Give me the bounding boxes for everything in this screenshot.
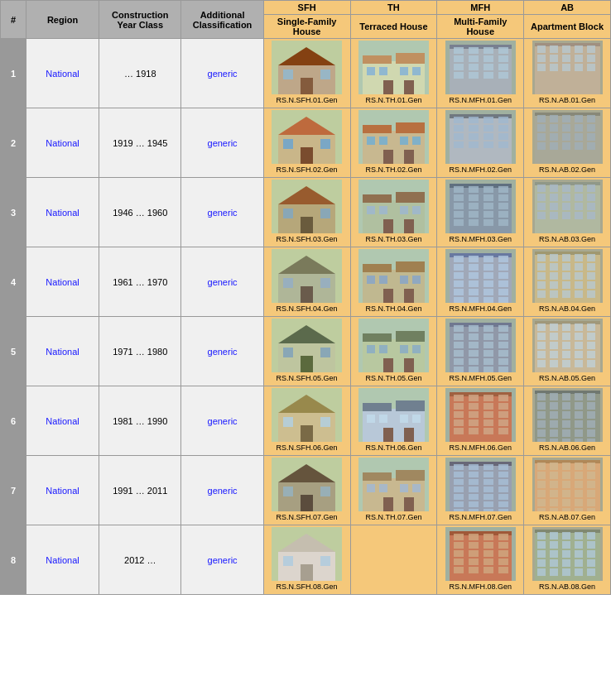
svg-rect-271 bbox=[498, 325, 508, 332]
svg-rect-33 bbox=[469, 72, 479, 79]
svg-rect-404 bbox=[367, 484, 375, 492]
svg-rect-217 bbox=[469, 297, 479, 303]
svg-rect-84 bbox=[484, 133, 493, 140]
sfh-cell: RS.N.SFH.05.Gen bbox=[263, 317, 350, 386]
svg-rect-206 bbox=[484, 272, 493, 279]
svg-rect-463 bbox=[587, 490, 595, 497]
ab-cell: RS.N.AB.08.Gen bbox=[524, 525, 611, 595]
ab-label: RS.N.AB.08.Gen bbox=[527, 583, 607, 592]
svg-rect-95 bbox=[562, 115, 570, 122]
ab-label: RS.N.AB.05.Gen bbox=[527, 374, 607, 384]
svg-rect-81 bbox=[498, 125, 508, 132]
svg-rect-399 bbox=[272, 458, 342, 511]
svg-rect-236 bbox=[575, 272, 583, 280]
row-year: 2012 … bbox=[99, 525, 181, 595]
svg-rect-334 bbox=[412, 415, 421, 423]
svg-rect-100 bbox=[562, 124, 570, 132]
svg-rect-119 bbox=[272, 180, 342, 233]
svg-rect-521 bbox=[587, 550, 595, 558]
th-label: RS.N.TH.06.Gen bbox=[354, 443, 434, 453]
svg-rect-432 bbox=[498, 494, 508, 500]
svg-rect-439 bbox=[484, 509, 493, 511]
svg-rect-287 bbox=[498, 358, 508, 365]
svg-rect-513 bbox=[550, 541, 558, 549]
svg-rect-197 bbox=[469, 256, 479, 262]
svg-rect-48 bbox=[587, 55, 595, 62]
svg-rect-123 bbox=[396, 192, 425, 203]
svg-rect-74 bbox=[454, 117, 464, 123]
svg-rect-448 bbox=[587, 463, 595, 470]
svg-rect-42 bbox=[575, 46, 583, 53]
svg-rect-314 bbox=[587, 351, 595, 358]
svg-rect-277 bbox=[469, 342, 479, 348]
svg-rect-141 bbox=[454, 203, 464, 209]
svg-rect-522 bbox=[537, 559, 546, 567]
svg-rect-233 bbox=[537, 272, 546, 280]
table-row: 7National1991 … 2011generic RS.N.SFH.07.… bbox=[1, 456, 611, 525]
svg-rect-503 bbox=[498, 567, 508, 573]
row-number: 1 bbox=[1, 39, 26, 108]
svg-rect-227 bbox=[587, 254, 595, 261]
row-number: 3 bbox=[1, 178, 26, 247]
svg-rect-509 bbox=[562, 532, 570, 539]
svg-rect-426 bbox=[469, 487, 479, 492]
svg-rect-243 bbox=[537, 290, 546, 298]
svg-rect-512 bbox=[537, 541, 546, 549]
svg-rect-160 bbox=[587, 185, 595, 192]
svg-rect-44 bbox=[537, 55, 546, 62]
svg-rect-161 bbox=[537, 194, 546, 201]
svg-rect-457 bbox=[575, 481, 583, 488]
svg-rect-138 bbox=[469, 194, 479, 201]
th-label: RS.N.TH.04.Gen bbox=[354, 304, 434, 314]
svg-rect-27 bbox=[498, 55, 508, 62]
mfh-cell: RS.N.MFH.03.Gen bbox=[437, 178, 524, 247]
svg-rect-263 bbox=[383, 358, 393, 372]
svg-rect-390 bbox=[562, 439, 570, 442]
svg-rect-43 bbox=[587, 46, 595, 53]
svg-rect-121 bbox=[363, 200, 425, 233]
svg-rect-366 bbox=[575, 393, 583, 400]
svg-rect-319 bbox=[587, 360, 595, 367]
row-year: 1981 … 1990 bbox=[99, 386, 181, 456]
svg-rect-460 bbox=[550, 490, 558, 497]
svg-rect-369 bbox=[550, 402, 558, 410]
svg-rect-473 bbox=[587, 508, 595, 511]
svg-rect-331 bbox=[367, 415, 375, 423]
svg-rect-413 bbox=[454, 464, 464, 470]
header-th-sub: Terraced House bbox=[350, 15, 437, 39]
svg-rect-531 bbox=[587, 568, 595, 576]
svg-rect-247 bbox=[587, 290, 595, 298]
svg-rect-60 bbox=[272, 110, 342, 164]
svg-rect-224 bbox=[550, 254, 558, 261]
svg-rect-245 bbox=[562, 290, 570, 298]
svg-rect-191 bbox=[383, 289, 393, 303]
svg-rect-111 bbox=[575, 142, 583, 150]
svg-rect-303 bbox=[575, 333, 583, 340]
svg-rect-13 bbox=[400, 67, 408, 75]
svg-rect-316 bbox=[550, 360, 558, 367]
svg-rect-462 bbox=[575, 490, 583, 497]
th-label: RS.N.TH.02.Gen bbox=[354, 165, 434, 175]
row-region: National bbox=[26, 178, 99, 247]
svg-rect-355 bbox=[498, 420, 508, 426]
svg-rect-438 bbox=[469, 509, 479, 511]
svg-rect-232 bbox=[587, 263, 595, 271]
svg-rect-143 bbox=[484, 203, 493, 209]
svg-rect-348 bbox=[454, 411, 464, 418]
svg-rect-345 bbox=[469, 403, 479, 410]
row-class: generic bbox=[181, 247, 263, 317]
svg-rect-495 bbox=[498, 550, 508, 557]
sfh-cell: RS.N.SFH.06.Gen bbox=[263, 386, 350, 456]
svg-rect-219 bbox=[498, 297, 508, 303]
svg-rect-492 bbox=[454, 550, 464, 557]
svg-rect-14 bbox=[412, 67, 421, 75]
svg-rect-456 bbox=[562, 481, 570, 488]
svg-rect-435 bbox=[484, 501, 493, 507]
row-year: 1971 … 1980 bbox=[99, 317, 181, 386]
svg-rect-274 bbox=[484, 333, 493, 340]
sfh-cell: RS.N.SFH.03.Gen bbox=[263, 178, 350, 247]
svg-rect-516 bbox=[587, 541, 595, 549]
svg-rect-333 bbox=[400, 415, 408, 423]
svg-rect-383 bbox=[537, 429, 546, 437]
mfh-cell: RS.N.MFH.01.Gen bbox=[437, 39, 524, 108]
